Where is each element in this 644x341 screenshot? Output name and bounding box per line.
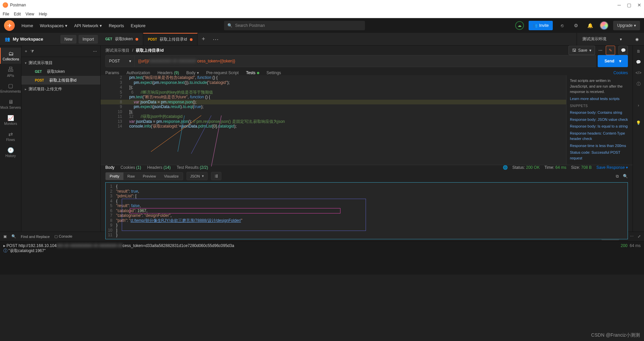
lightbulb-icon[interactable]: 💡 [636, 120, 641, 125]
tab-overflow-icon[interactable]: ⋯ [210, 33, 222, 45]
save-response-button[interactable]: Save Response ▾ [596, 165, 628, 170]
info-icon[interactable]: ⓘ [637, 81, 641, 87]
snippet-item[interactable]: Response time is less than 200ms [570, 143, 629, 149]
capture-icon[interactable]: ⎋ [557, 21, 567, 30]
nav-workspaces[interactable]: Workspaces ▾ [40, 23, 67, 28]
search-response-icon[interactable]: 🔍 [623, 174, 628, 179]
resp-tab-body[interactable]: Body [105, 165, 114, 170]
more-icon[interactable]: ⋯ [630, 234, 634, 239]
rail-collections[interactable]: 🗂Collections [0, 48, 21, 64]
learn-more-link[interactable]: Learn more about tests scripts [570, 96, 629, 102]
avatar[interactable] [600, 21, 608, 30]
window-close-icon[interactable]: ✕ [637, 2, 641, 8]
upgrade-button[interactable]: Upgrade ▾ [613, 21, 640, 30]
notifications-icon[interactable]: 🔔 [586, 21, 595, 30]
code-icon[interactable]: </> [636, 70, 641, 75]
invite-button[interactable]: 👥Invite [529, 21, 553, 30]
tests-code-editor[interactable]: 2 pm.test("响应结果是否包含catalogid", function … [101, 75, 566, 165]
view-mode-toggle[interactable]: Pretty Raw Preview Visualize [105, 172, 183, 180]
resp-tab-headers[interactable]: Headers (14) [147, 165, 171, 170]
comments-icon[interactable]: 💬 [636, 60, 641, 64]
snippet-item[interactable]: Response body: Contains string [570, 110, 629, 115]
format-select[interactable]: JSON ▾ [186, 172, 208, 180]
search-icon[interactable]: 🔍 [11, 234, 16, 239]
more-icon[interactable]: ⋯ [598, 48, 602, 53]
collection-folder[interactable]: ▸测试项目-上传文件 [21, 85, 100, 93]
request-tab[interactable]: GET 获取token [101, 33, 143, 45]
menu-edit[interactable]: Edit [14, 12, 21, 16]
chevron-down-icon: ▾ [202, 174, 204, 178]
expand-icon[interactable]: ⤢ [638, 234, 641, 239]
runner-button[interactable]: ✈ [4, 20, 15, 31]
snippet-item[interactable]: Response body: JSON value check [570, 117, 629, 123]
response-json[interactable]: 1 { 2 "result": true, 3 "pdmList": [ 4 {… [105, 182, 628, 239]
breadcrumb-parent[interactable]: 测试演示项目 [105, 48, 129, 53]
window-minimize-icon[interactable]: ─ [618, 2, 621, 8]
globe-icon[interactable]: 🌐 [503, 165, 508, 170]
window-maximize-icon[interactable]: ▢ [627, 2, 631, 8]
nav-reports[interactable]: Reports [109, 23, 124, 28]
resp-tab-tests[interactable]: Test Results (2/2) [177, 165, 208, 170]
copy-icon[interactable]: ⧉ [616, 174, 619, 179]
import-button[interactable]: Import [78, 35, 98, 44]
save-button[interactable]: 🖫Save▾ [569, 46, 595, 55]
nav-home[interactable]: Home [21, 23, 33, 28]
wrap-lines-icon[interactable]: ⇶ [211, 172, 221, 180]
comments-icon[interactable]: 💬 [619, 46, 628, 55]
add-icon[interactable]: + [25, 49, 27, 54]
send-button[interactable]: Send▾ [598, 55, 628, 67]
resp-tab-cookies[interactable]: Cookies (1) [120, 165, 141, 170]
request-tab[interactable]: POST 获取上传目录id [143, 33, 198, 45]
tab-headers[interactable]: Headers (9) [157, 70, 179, 75]
tab-tests[interactable]: Tests [246, 70, 259, 75]
settings-icon[interactable]: ⚙ [572, 21, 581, 30]
tab-settings[interactable]: Settings [267, 70, 281, 75]
tab-auth[interactable]: Authorization [126, 70, 150, 75]
tab-prerequest[interactable]: Pre-request Script [206, 70, 239, 75]
arrow-right-icon[interactable]: › [638, 103, 639, 108]
tab-params[interactable]: Params [105, 70, 119, 75]
new-button[interactable]: New [60, 35, 76, 44]
rail-monitors[interactable]: 📈Monitors [0, 112, 21, 128]
rail-flows[interactable]: ⇄Flows [0, 128, 21, 144]
snippet-item[interactable]: Response body: Is equal to a string [570, 124, 629, 129]
new-tab-button[interactable]: + [198, 33, 210, 45]
nav-explore[interactable]: Explore [131, 23, 146, 28]
method-select[interactable]: POST▾ [105, 55, 135, 67]
search-input[interactable]: 🔍 Search Postman [224, 21, 365, 30]
cookies-link[interactable]: Cookies [613, 70, 628, 75]
collapse-icon[interactable]: ▣ [3, 234, 7, 239]
snippet-item[interactable]: Status code: Successful POST request [570, 150, 629, 161]
menu-file[interactable]: File [3, 12, 9, 16]
console-output[interactable]: ▸ POST http://192.168.10.104### ## #####… [0, 241, 644, 275]
workspace-label[interactable]: 👥 My Workspace [0, 37, 48, 42]
rail-history[interactable]: 🕘History [0, 144, 21, 160]
environment-quicklook-icon[interactable]: ◉ [635, 37, 639, 42]
status-label: Status: 200 OK [513, 165, 540, 170]
collection-item[interactable]: POST 获取上传目录id [21, 76, 100, 85]
chevron-down-icon: ▾ [129, 59, 131, 63]
view-visualize[interactable]: Visualize [160, 173, 183, 180]
docs-icon[interactable]: 🗎 [637, 49, 641, 54]
environment-picker[interactable]: 测试演示环境 ▾ ◉ [577, 33, 644, 45]
view-preview[interactable]: Preview [139, 173, 160, 180]
more-icon[interactable]: ⋯ [93, 49, 97, 54]
url-input[interactable]: {{url}}/########## ## ######## cess_toke… [135, 55, 596, 67]
tab-body[interactable]: Body ▾ [186, 70, 199, 75]
menu-help[interactable]: Help [39, 12, 47, 16]
rail-mock-servers[interactable]: 🖥Mock Servers [0, 96, 21, 112]
edit-icon[interactable]: ✎ [606, 46, 615, 55]
find-replace-tab[interactable]: Find and Replace [21, 235, 50, 239]
sync-icon[interactable]: ☁ [515, 21, 524, 30]
rail-environments[interactable]: ▢Environments [0, 80, 21, 96]
snippet-item[interactable]: Response headers: Content-Type header ch… [570, 131, 629, 142]
menu-view[interactable]: View [25, 12, 34, 16]
console-tab[interactable]: ▢ Console [54, 234, 72, 239]
collection-item[interactable]: GET 获取token [21, 67, 100, 76]
nav-api-network[interactable]: API Network ▾ [74, 23, 102, 28]
rail-apis[interactable]: 品APIs [0, 64, 21, 80]
collection-folder[interactable]: ▾测试演示项目 [21, 58, 100, 67]
view-raw[interactable]: Raw [123, 173, 139, 180]
filter-icon[interactable]: ⧩ [31, 49, 34, 54]
view-pretty[interactable]: Pretty [106, 173, 123, 180]
